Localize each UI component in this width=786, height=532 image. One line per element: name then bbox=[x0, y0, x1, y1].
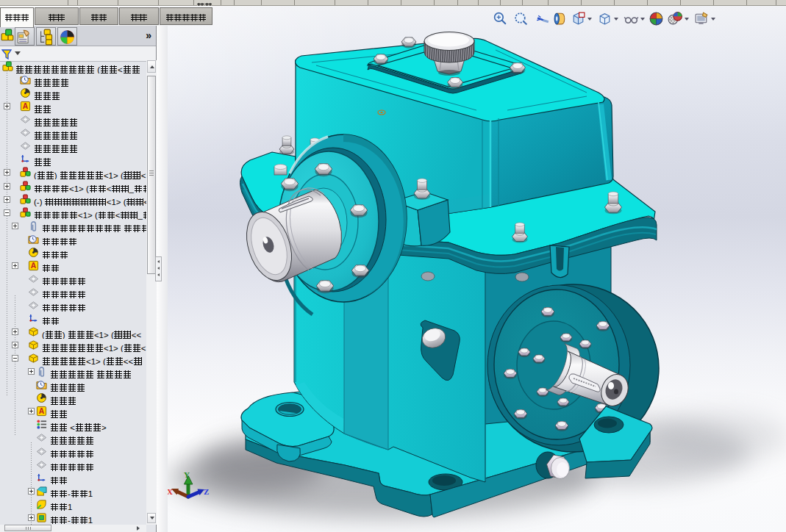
svg-text:X: X bbox=[167, 487, 173, 496]
svg-text:A: A bbox=[39, 408, 45, 416]
svg-text:Y: Y bbox=[184, 470, 190, 479]
svg-text:A: A bbox=[31, 262, 37, 270]
svg-text:A: A bbox=[23, 102, 29, 110]
svg-text:Z: Z bbox=[204, 487, 209, 496]
